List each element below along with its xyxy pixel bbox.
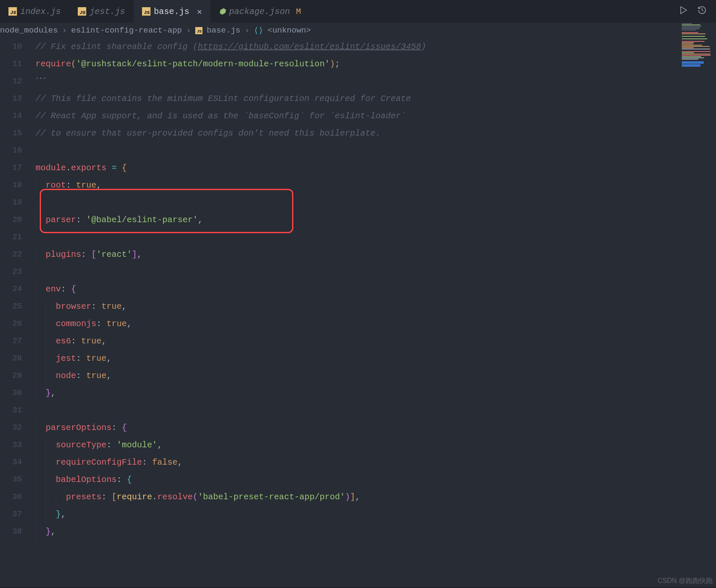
watermark: CSDN @跑跑快跑 [658,577,713,585]
tab-label: jest.js [90,7,125,16]
tab-package[interactable]: ⬢ package.json M [210,0,309,23]
breadcrumb: node_modules › eslint-config-react-app ›… [0,23,716,38]
history-icon[interactable] [697,5,707,17]
js-icon: JS [8,7,17,16]
tab-base[interactable]: JS base.js ✕ [134,0,210,23]
crumb-seg[interactable]: <unknown> [268,26,311,35]
line-gutter: 1011121314151617181920212223242526272829… [0,38,30,587]
json-icon: ⬢ [219,7,226,16]
js-icon: JS [142,7,150,16]
symbol-icon: ⟨⟩ [254,25,263,35]
crumb-seg[interactable]: node_modules [0,26,58,35]
code-editor[interactable]: 1011121314151617181920212223242526272829… [0,38,716,587]
tab-bar: JS index.js JS jest.js JS base.js ✕ ⬢ pa… [0,0,716,23]
js-icon: JS [195,27,202,34]
code-area[interactable]: // Fix eslint shareable config (https://… [30,38,716,587]
minimap[interactable] [680,23,716,107]
js-icon: JS [78,7,86,16]
tab-label: base.js [154,7,189,16]
tab-index[interactable]: JS index.js [0,0,69,23]
crumb-seg[interactable]: base.js [207,26,240,35]
tab-jest[interactable]: JS jest.js [69,0,134,23]
chevron-right-icon: › [245,26,249,35]
run-icon[interactable] [679,5,688,17]
tab-label: package.json [229,7,290,16]
chevron-right-icon: › [62,26,67,35]
git-modified-badge: M [296,7,301,16]
crumb-seg[interactable]: eslint-config-react-app [71,26,182,35]
tab-label: index.js [20,7,61,16]
close-icon[interactable]: ✕ [197,6,202,17]
editor-actions [670,0,716,23]
chevron-right-icon: › [186,26,191,35]
